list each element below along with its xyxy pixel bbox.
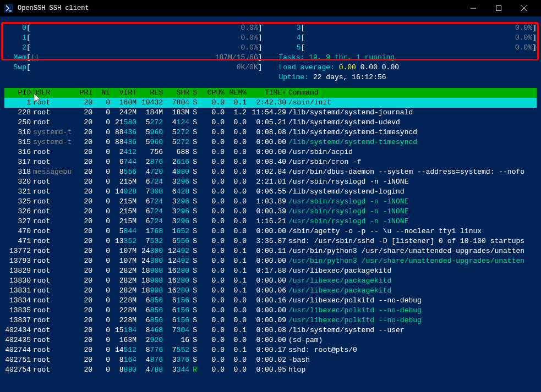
- process-row[interactable]: 250root2002158052724124S0.00.00:05.21/li…: [4, 118, 537, 128]
- process-row[interactable]: 470root200584417681652S0.00.00:00.00/sbi…: [4, 227, 537, 236]
- process-row[interactable]: 13835root200228M68566156S0.00.00:00.00/u…: [4, 306, 537, 316]
- header-ni[interactable]: NI: [92, 88, 110, 98]
- header-shr[interactable]: SHR: [163, 88, 189, 98]
- process-row[interactable]: 13772root200107M2430012492S0.00.10:00.11…: [4, 246, 537, 256]
- header-pri[interactable]: PRI: [75, 88, 92, 98]
- window-titlebar: OpenSSH SSH client: [0, 0, 541, 16]
- process-row[interactable]: 317root200674428762616S0.00.00:08.40/usr…: [4, 157, 537, 167]
- process-row[interactable]: 325root200215M67243296S0.00.01:03.89/usr…: [4, 197, 537, 207]
- process-table-header[interactable]: PID USER PRI NI VIRT RES SHR S CPU% MEM%…: [4, 88, 537, 98]
- header-virt[interactable]: VIRT: [110, 88, 136, 98]
- header-time[interactable]: TIME+: [247, 88, 286, 98]
- process-row[interactable]: 326root200215M67243296S0.00.00:00.39/usr…: [4, 207, 537, 217]
- process-row[interactable]: 320root200215M67243296S0.00.02:21.01/usr…: [4, 177, 537, 187]
- process-row[interactable]: 402435root200163M292016S0.00.00:00.00(sd…: [4, 335, 537, 345]
- highlight-box: [1, 22, 539, 60]
- process-row[interactable]: 315systemd-t2008843659605272S0.00.00:00.…: [4, 137, 537, 147]
- minimize-button[interactable]: [461, 0, 486, 16]
- svg-rect-2: [496, 6, 501, 11]
- header-pid[interactable]: PID: [4, 88, 31, 98]
- process-row[interactable]: 13831root200282M1890816280S0.00.10:00.06…: [4, 286, 537, 296]
- uptime-label: Uptime:: [279, 73, 313, 81]
- header-mem[interactable]: MEM%: [225, 88, 247, 98]
- process-row[interactable]: 310systemd-t2008843659605272S0.00.00:08.…: [4, 128, 537, 137]
- maximize-button[interactable]: [486, 0, 511, 16]
- process-row[interactable]: 402744root2001451287767552S0.00.10:00.17…: [4, 345, 537, 355]
- process-row[interactable]: 13834root200228M68566156S0.00.00:00.16/u…: [4, 296, 537, 306]
- powershell-icon: [4, 4, 13, 13]
- load-label: Load average:: [279, 63, 339, 71]
- process-row[interactable]: 327root200215M67243296S0.00.01:16.21/usr…: [4, 217, 537, 227]
- process-row[interactable]: 13837root200228M68566156S0.00.00:00.09/u…: [4, 316, 537, 325]
- process-row[interactable]: 228root200242M184M183MS0.01.211:54.29/li…: [4, 108, 537, 118]
- process-row[interactable]: 321root2001402873086428S0.00.00:06.55/li…: [4, 187, 537, 197]
- header-cmd[interactable]: Command: [286, 88, 537, 98]
- terminal-content[interactable]: 0[0.0%]1[0.0%]2[0.0%] 3[0.0%]4[0.0%]5[0.…: [0, 16, 541, 392]
- header-res[interactable]: RES: [136, 88, 163, 98]
- header-cpu[interactable]: CPU%: [198, 88, 225, 98]
- process-row[interactable]: 13829root200282M1890816280S0.00.10:17.88…: [4, 266, 537, 276]
- process-row[interactable]: 1root200160M104327804S0.00.12:42.30/sbin…: [4, 98, 537, 108]
- mouse-cursor-icon: [34, 93, 42, 107]
- process-row[interactable]: 316root2002412756688S0.00.00:00.00/usr/s…: [4, 147, 537, 157]
- process-row[interactable]: 402751root200816448763376S0.00.00:00.02-…: [4, 355, 537, 365]
- process-row[interactable]: 13793root200107M2430012492S0.00.10:00.00…: [4, 256, 537, 266]
- process-row[interactable]: 402434root2001518484687304S0.00.10:00.08…: [4, 325, 537, 335]
- window-controls: [461, 0, 537, 16]
- swp-value: 0K/0K: [209, 63, 258, 73]
- header-s[interactable]: S: [189, 88, 198, 98]
- swp-label: Swp: [4, 63, 26, 73]
- close-button[interactable]: [511, 0, 537, 16]
- process-row[interactable]: 402754root200888047883344R0.00.00:00.95h…: [4, 365, 537, 375]
- process-row[interactable]: 471root2001335275326556S0.00.03:36.87ssh…: [4, 236, 537, 246]
- window-title: OpenSSH SSH client: [18, 4, 461, 12]
- process-row[interactable]: 13830root200282M1890816280S0.00.10:00.00…: [4, 276, 537, 286]
- process-table-body[interactable]: 1root200160M104327804S0.00.12:42.30/sbin…: [4, 98, 537, 375]
- process-row[interactable]: 318messagebu200855647204080S0.00.00:02.8…: [4, 167, 537, 177]
- uptime-value: 22 days, 16:12:56: [313, 73, 386, 81]
